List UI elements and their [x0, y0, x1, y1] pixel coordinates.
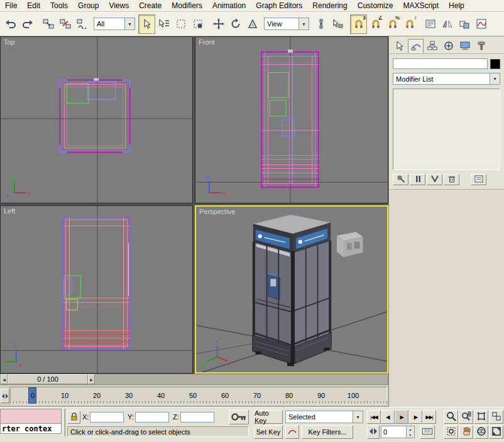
tab-modify[interactable] [408, 39, 424, 53]
field-of-view-button[interactable] [444, 425, 458, 439]
spinner-down-icon[interactable]: ▼ [407, 432, 414, 438]
set-keys-button[interactable] [229, 410, 249, 424]
select-and-move-button[interactable] [210, 14, 227, 34]
default-tangent-button[interactable] [285, 425, 299, 439]
pan-button[interactable] [459, 425, 473, 439]
tab-create[interactable] [392, 39, 407, 53]
show-end-result-button[interactable] [410, 174, 425, 185]
select-and-rotate-button[interactable] [227, 14, 244, 34]
tab-motion[interactable] [441, 39, 456, 53]
menu-views[interactable]: Views [104, 1, 134, 11]
time-slider-handle[interactable]: 0 / 100 [8, 374, 88, 384]
tab-hierarchy[interactable] [424, 39, 440, 53]
select-and-scale-button[interactable] [244, 14, 261, 34]
use-pivot-center-button[interactable] [312, 14, 329, 34]
menu-rendering[interactable]: Rendering [307, 1, 352, 11]
dropdown-arrow-icon[interactable]: ▼ [299, 18, 309, 30]
viewport-top[interactable]: y x z Top [0, 36, 193, 203]
zoom-all-button[interactable] [459, 410, 473, 424]
window-crossing-toggle-button[interactable] [189, 14, 206, 34]
key-mode-toggle-button[interactable] [367, 425, 380, 439]
menu-help[interactable]: Help [444, 1, 469, 11]
snap-toggle-3d-button[interactable]: 3 [350, 14, 367, 34]
select-and-link-button[interactable] [40, 14, 57, 34]
viewport-left[interactable]: z y x Left [0, 205, 193, 374]
z-coordinate-field[interactable] [180, 412, 214, 423]
dropdown-arrow-icon[interactable]: ▼ [490, 73, 500, 84]
configure-modifier-sets-button[interactable] [471, 174, 486, 185]
reference-coordinate-dropdown[interactable]: View ▼ [264, 18, 309, 30]
zoom-extents-all-button[interactable] [489, 410, 503, 424]
mini-curve-editor-button[interactable] [1, 389, 9, 403]
object-color-swatch[interactable] [490, 59, 500, 69]
make-unique-button[interactable] [427, 174, 442, 185]
rectangular-selection-region-button[interactable] [172, 14, 189, 34]
time-slider-right-arrow[interactable]: ▶ [88, 374, 95, 384]
object-name-input[interactable] [393, 58, 488, 69]
dropdown-arrow-icon[interactable]: ▼ [124, 18, 134, 30]
go-to-end-button[interactable]: ▶▶| [422, 410, 436, 424]
align-button[interactable] [456, 14, 473, 34]
menu-tools[interactable]: Tools [45, 1, 73, 11]
pin-stack-button[interactable] [393, 174, 408, 185]
undo-button[interactable] [2, 14, 19, 34]
edit-named-selections-button[interactable] [422, 14, 439, 34]
redo-button[interactable] [19, 14, 36, 34]
tab-display[interactable] [457, 39, 473, 53]
key-filters-button[interactable]: Key Filters... [302, 425, 353, 439]
viewport-front[interactable]: z x y Front [195, 36, 388, 203]
arc-rotate-button[interactable] [474, 425, 488, 439]
macro-recorder-pane[interactable] [0, 409, 62, 423]
menu-create[interactable]: Create [134, 1, 167, 11]
viewport-left-label[interactable]: Left [4, 207, 15, 215]
key-mode-dropdown[interactable]: Selected ▼ [285, 411, 363, 423]
auto-key-button[interactable]: Auto Key [254, 410, 283, 424]
menu-customize[interactable]: Customize [353, 1, 398, 11]
tab-utilities[interactable] [473, 39, 489, 53]
selection-lock-toggle[interactable] [67, 411, 80, 424]
percent-snap-button[interactable]: % [384, 14, 401, 34]
menu-file[interactable]: File [0, 1, 22, 11]
keyboard-shortcut-override-button[interactable] [420, 425, 435, 439]
viewport-top-label[interactable]: Top [4, 38, 15, 46]
select-and-manipulate-button[interactable] [329, 14, 346, 34]
modifier-list-dropdown[interactable]: Modifier List ▼ [393, 73, 500, 85]
play-button[interactable]: ▶ [395, 410, 408, 424]
modifier-stack-list[interactable] [393, 89, 500, 170]
menu-modifiers[interactable]: Modifiers [167, 1, 207, 11]
menu-animation[interactable]: Animation [207, 1, 251, 11]
viewport-perspective-label[interactable]: Perspective [199, 208, 235, 215]
time-slider-track[interactable] [95, 374, 388, 384]
go-to-start-button[interactable]: |◀◀ [367, 410, 381, 424]
track-bar[interactable]: 0 10 20 30 40 50 60 70 80 90 100 [0, 385, 388, 407]
maxscript-listener-pane[interactable]: rter contex [0, 423, 62, 434]
menu-group[interactable]: Group [73, 1, 104, 11]
menu-edit[interactable]: Edit [22, 1, 45, 11]
spinner-snap-button[interactable]: ↕ [401, 14, 418, 34]
remove-modifier-button[interactable] [444, 174, 459, 185]
viewport-front-label[interactable]: Front [199, 38, 215, 46]
x-coordinate-field[interactable] [90, 412, 124, 423]
current-time-field[interactable]: 0 ▲ ▼ [381, 426, 415, 438]
unlink-selection-button[interactable] [57, 14, 74, 34]
mirror-button[interactable] [439, 14, 456, 34]
viewport-perspective[interactable]: z x y Perspective [195, 205, 388, 374]
next-frame-button[interactable]: |▶ [408, 410, 422, 424]
select-object-button[interactable] [138, 14, 155, 34]
y-coordinate-field[interactable] [135, 412, 169, 423]
zoom-button[interactable] [444, 410, 458, 424]
menu-graph-editors[interactable]: Graph Editors [251, 1, 307, 11]
listener-splitter[interactable] [63, 409, 65, 436]
curve-editor-button[interactable] [473, 14, 490, 34]
angle-snap-button[interactable]: ∠ [367, 14, 384, 34]
previous-frame-button[interactable]: ◀| [381, 410, 395, 424]
set-key-button[interactable]: Set Key [254, 425, 283, 439]
dropdown-arrow-icon[interactable]: ▼ [353, 411, 363, 423]
select-by-name-button[interactable] [155, 14, 172, 34]
bind-to-spacewarp-button[interactable] [74, 14, 90, 34]
time-slider-left-arrow[interactable]: ◀ [1, 374, 8, 384]
maximize-viewport-toggle-button[interactable] [489, 425, 503, 439]
selection-filter-dropdown[interactable]: All ▼ [94, 18, 135, 30]
spinner-up-icon[interactable]: ▲ [407, 426, 414, 432]
zoom-extents-button[interactable] [474, 410, 488, 424]
